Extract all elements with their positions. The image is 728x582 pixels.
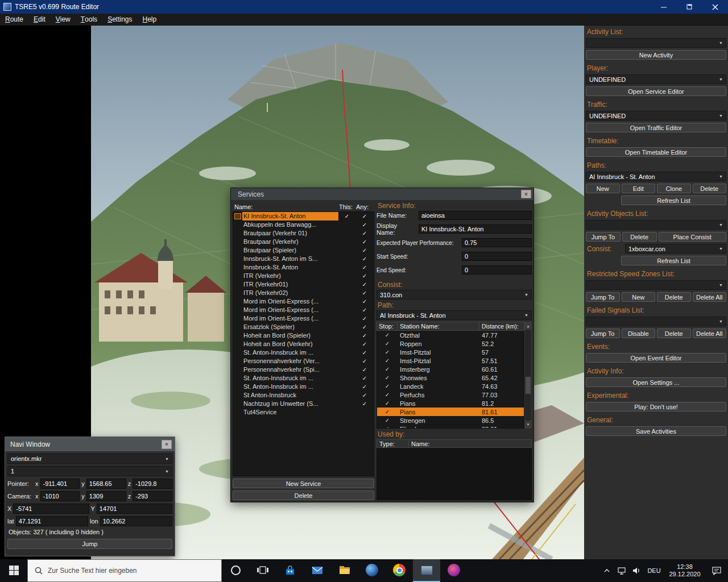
service-any-checkbox[interactable]: ✓	[355, 307, 374, 313]
rsz-delete-button[interactable]: Delete	[657, 292, 691, 302]
open-event-editor-button[interactable]: Open Event Editor	[586, 353, 726, 363]
action-center-icon[interactable]	[705, 559, 728, 582]
service-any-checkbox[interactable]: ✓	[355, 392, 374, 398]
stop-checkbox[interactable]: ✓	[377, 426, 398, 429]
consist-refresh-button[interactable]: Refresh List	[621, 256, 726, 265]
stop-checkbox[interactable]: ✓	[377, 375, 398, 381]
save-activities-button[interactable]: Save Activities	[586, 426, 726, 436]
service-row[interactable]: St. Anton-Innsbruck im ...✓	[233, 374, 374, 383]
stops-scrollbar[interactable]: ▲ ▼	[524, 322, 532, 429]
service-any-checkbox[interactable]: ✓	[355, 264, 374, 271]
language-indicator[interactable]: DEU	[644, 559, 664, 582]
rsz-jump-to-button[interactable]: Jump To	[586, 292, 620, 302]
service-any-checkbox[interactable]: ✓	[355, 213, 374, 219]
stop-checkbox[interactable]: ✓	[377, 349, 398, 355]
mail-icon[interactable]	[304, 559, 331, 582]
menu-item-tools[interactable]: Tools	[76, 14, 102, 26]
refresh-paths-button[interactable]: Refresh List	[621, 196, 726, 205]
menu-item-view[interactable]: View	[51, 14, 76, 26]
services-titlebar[interactable]: Services ✕	[231, 188, 533, 201]
service-row[interactable]: ITR (Verkehr01)✓	[233, 280, 374, 289]
path-new-button[interactable]: New	[586, 184, 620, 193]
taskbar-search[interactable]: Zur Suche Text hier eingeben	[27, 559, 222, 582]
activity-list-dropdown[interactable]: ▼	[586, 38, 726, 48]
service-any-checkbox[interactable]: ✓	[355, 256, 374, 262]
menu-item-settings[interactable]: Settings	[102, 14, 137, 26]
file-name-input[interactable]: aioeinsa	[419, 211, 532, 220]
tile-y-field[interactable]: 14701	[97, 504, 172, 514]
stop-checkbox[interactable]: ✓	[377, 366, 398, 372]
open-settings-button[interactable]: Open Settings ...	[586, 377, 726, 387]
rsz-delete-all-button[interactable]: Delete All	[693, 292, 727, 302]
service-any-checkbox[interactable]: ✓	[355, 384, 374, 390]
pointer-x-field[interactable]: -911.401	[40, 479, 80, 489]
service-any-checkbox[interactable]: ✓	[355, 324, 374, 330]
stop-row[interactable]: ✓Imst-Pitztal57	[377, 348, 524, 356]
cortana-button[interactable]	[222, 559, 249, 582]
stop-row[interactable]: ✓Roppen52.2	[377, 339, 524, 348]
service-row[interactable]: St Anton-Innsbruck✓	[233, 391, 374, 400]
service-any-checkbox[interactable]: ✓	[355, 239, 374, 245]
service-row[interactable]: ITR (Verkehr)✓	[233, 272, 374, 280]
services-list[interactable]: KI Innsbruck-St. Anton✓✓Abkuppeln des Ba…	[233, 211, 374, 476]
tsre-taskbar-icon[interactable]	[413, 559, 440, 582]
stop-row[interactable]: ✓Otzthal47.77	[377, 331, 524, 339]
service-row[interactable]: Ersatzlok (Spieler)✓	[233, 323, 374, 331]
service-row[interactable]: Mord im Orient-Express (...✓	[233, 306, 374, 314]
failed-signals-dropdown[interactable]: ▼	[586, 317, 726, 326]
stop-row[interactable]: ✓Pians81.61	[377, 408, 524, 416]
stop-row[interactable]: ✓Imsterberg60.61	[377, 365, 524, 373]
stop-row[interactable]: ✓Perfuchs77.03	[377, 390, 524, 399]
service-row[interactable]: Personennahverkehr (Ver...✓	[233, 357, 374, 365]
maximize-button[interactable]	[677, 0, 702, 14]
service-row[interactable]: Brautpaar (Verkehr)✓	[233, 238, 374, 246]
service-any-checkbox[interactable]: ✓	[355, 315, 374, 322]
menu-item-help[interactable]: Help	[138, 14, 162, 26]
paint3d-icon[interactable]	[440, 559, 468, 582]
stop-checkbox[interactable]: ✓	[377, 400, 398, 406]
camera-x-field[interactable]: -1010	[40, 491, 80, 501]
service-row[interactable]: ITR (Verkehr02)✓	[233, 289, 374, 297]
network-icon[interactable]	[614, 559, 629, 582]
objects-delete-button[interactable]: Delete	[622, 232, 657, 242]
service-any-checkbox[interactable]: ✓	[355, 375, 374, 381]
place-consist-button[interactable]: Place Consist	[659, 232, 727, 242]
service-row[interactable]: Nachtzug im Unwetter (S...✓	[233, 400, 374, 408]
microsoft-store-icon[interactable]	[276, 559, 304, 582]
service-any-checkbox[interactable]: ✓	[355, 341, 374, 347]
service-row[interactable]: St. Anton-Innsbruck im ...✓	[233, 383, 374, 391]
fs-jump-to-button[interactable]: Jump To	[586, 329, 620, 338]
pointer-z-field[interactable]: -1029.8	[133, 479, 172, 489]
activity-objects-dropdown[interactable]: ▼	[586, 220, 726, 230]
service-any-checkbox[interactable]: ✓	[355, 298, 374, 305]
stop-checkbox[interactable]: ✓	[377, 417, 398, 423]
marker-index-dropdown[interactable]: 1▼	[7, 466, 172, 476]
open-service-editor-button[interactable]: Open Service Editor	[586, 86, 726, 96]
service-row[interactable]: Innsbruck-St. Anton im S...✓	[233, 255, 374, 263]
camera-z-field[interactable]: -293	[133, 491, 172, 501]
start-speed-input[interactable]: 0	[462, 252, 532, 261]
service-any-checkbox[interactable]: ✓	[355, 222, 374, 228]
stop-row[interactable]: ✓Flirsch93.01	[377, 425, 524, 429]
service-row[interactable]: Hoheit an Bord (Verkehr)✓	[233, 340, 374, 348]
display-name-input[interactable]: KI Innsbruck-St. Anton	[419, 225, 532, 234]
window-titlebar[interactable]: TSRE5 v0.699 Route Editor	[0, 0, 728, 14]
close-button[interactable]	[702, 0, 728, 14]
stop-checkbox[interactable]: ✓	[377, 392, 398, 398]
service-row[interactable]: St. Anton-Innsbruck im ...✓	[233, 348, 374, 357]
service-any-checkbox[interactable]: ✓	[355, 401, 374, 407]
fs-disable-button[interactable]: Disable	[622, 329, 656, 338]
service-any-checkbox[interactable]: ✓	[355, 350, 374, 356]
stop-row[interactable]: ✓Landeck74.63	[377, 382, 524, 390]
fs-delete-button[interactable]: Delete	[657, 329, 691, 338]
service-path-dropdown[interactable]: AI Innsbruck - St. Anton▼	[377, 310, 532, 320]
minimize-button[interactable]	[651, 0, 677, 14]
stop-checkbox[interactable]: ✓	[377, 332, 398, 338]
stop-row[interactable]: ✓Pians81.2	[377, 399, 524, 408]
expected-performance-input[interactable]: 0.75	[462, 238, 532, 247]
service-any-checkbox[interactable]: ✓	[355, 367, 374, 373]
fs-delete-all-button[interactable]: Delete All	[693, 329, 727, 338]
menu-item-edit[interactable]: Edit	[28, 14, 51, 26]
path-delete-button[interactable]: Delete	[693, 184, 727, 193]
service-row[interactable]: Hoheit an Bord (Spieler)✓	[233, 331, 374, 340]
